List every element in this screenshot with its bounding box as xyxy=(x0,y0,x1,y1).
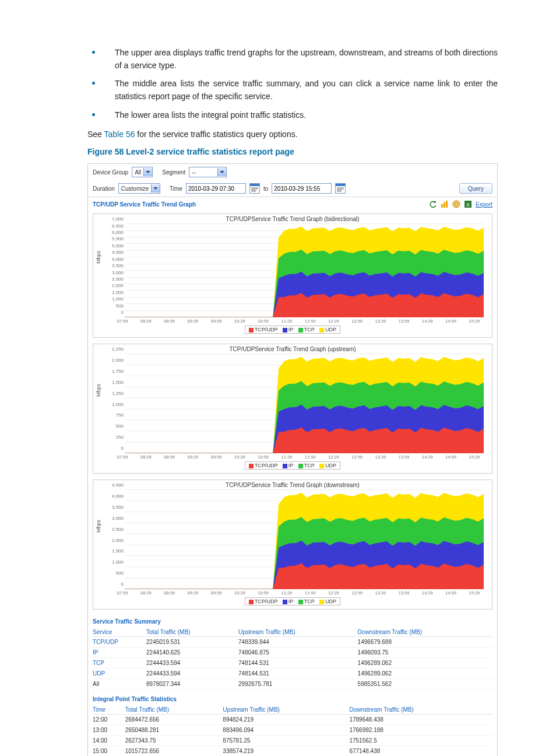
refresh-icon[interactable] xyxy=(429,200,437,208)
x-tick-label: 09:29 xyxy=(181,454,205,460)
cell: 15:00 xyxy=(93,746,125,756)
y-tick-label: 7,000 xyxy=(108,216,124,222)
cell: 875781.25 xyxy=(223,736,349,746)
x-tick-label: 10:29 xyxy=(228,590,251,596)
x-tick-label: 14:29 xyxy=(416,590,439,596)
see-before: See xyxy=(87,130,104,139)
table-row: IP2244140.625748046.8751496093.75 xyxy=(93,648,492,658)
legend-label: UDP xyxy=(325,598,336,604)
x-tick-label: 14:59 xyxy=(439,318,463,324)
x-tick-label: 12:59 xyxy=(346,318,369,324)
y-tick-label: 5,500 xyxy=(108,236,124,242)
end-time-input[interactable] xyxy=(272,183,332,194)
x-tick-label: 15:29 xyxy=(463,454,486,460)
cell: 2245019.531 xyxy=(146,637,238,648)
summary-body: TCP/UDP2245019.531748339.8441496679.688I… xyxy=(93,637,492,690)
duration-dropdown[interactable]: Customize xyxy=(118,183,160,194)
y-tick-label: 0 xyxy=(108,446,124,451)
service-link[interactable]: TCP/UDP xyxy=(93,637,146,648)
y-axis-label: Mbps xyxy=(96,384,101,397)
y-axis-label: Mbps xyxy=(96,251,101,264)
service-link[interactable]: IP xyxy=(93,648,146,658)
summary-title: Service Traffic Summary xyxy=(88,615,497,628)
y-tick-label: 2,250 xyxy=(108,346,124,352)
cell: 2244433.594 xyxy=(146,668,238,679)
y-tick-label: 1,000 xyxy=(108,559,124,565)
chart-downstream: TCP/UDPService Traffic Trend Graph (down… xyxy=(93,480,492,610)
y-tick-label: 1,000 xyxy=(108,401,124,407)
panel-header: TCP/UDP Service Traffic Trend Graph X Ex… xyxy=(88,197,497,211)
legend-label: TCP/UDP xyxy=(255,598,277,604)
service-link[interactable]: TCP xyxy=(93,658,146,668)
x-tick-label: 07:59 xyxy=(111,318,134,324)
legend-swatch-icon xyxy=(283,464,287,468)
y-tick-label: 3,000 xyxy=(108,515,124,520)
legend-label: TCP xyxy=(304,463,315,468)
y-tick-label: 1,250 xyxy=(108,390,124,396)
table-row: 12:002684472.656894824.2191789648.438 xyxy=(93,715,492,725)
y-tick-label: 6,500 xyxy=(108,223,124,228)
x-tick-label: 14:29 xyxy=(416,318,439,324)
x-tick-label: 10:29 xyxy=(228,318,251,324)
list-item-text: The middle area lists the service traffi… xyxy=(115,78,498,103)
excel-icon[interactable]: X xyxy=(464,200,472,208)
disc-icon[interactable] xyxy=(452,200,460,208)
device-group-dropdown[interactable]: All xyxy=(132,167,153,177)
cell: 883496.094 xyxy=(223,725,349,736)
svg-rect-1 xyxy=(444,202,445,208)
x-tick-label: 13:59 xyxy=(392,318,416,324)
cell: 748339.844 xyxy=(238,637,358,648)
start-time-input[interactable] xyxy=(186,183,246,194)
x-tick-label: 08:59 xyxy=(158,590,181,596)
cell: 2244140.625 xyxy=(146,648,238,658)
col-time: Time xyxy=(93,705,125,715)
service-link[interactable]: UDP xyxy=(93,668,146,679)
y-tick-label: 0 xyxy=(108,582,124,587)
segment-value: -- xyxy=(189,169,217,176)
x-tick-label: 12:59 xyxy=(346,454,369,460)
x-tick-label: 15:29 xyxy=(463,590,486,596)
y-tick-label: 4,500 xyxy=(108,482,124,488)
table-row: All8978027.3442992675.7815985351.562 xyxy=(93,679,492,690)
cell: 894824.219 xyxy=(223,715,349,725)
chart-type-icon[interactable] xyxy=(441,200,449,208)
query-button[interactable]: Query xyxy=(459,183,492,194)
cell: 1751562.5 xyxy=(349,736,492,746)
legend-swatch-icon xyxy=(283,328,287,332)
col-up: Upstream Traffic (MB) xyxy=(223,705,349,715)
x-tick-label: 07:59 xyxy=(111,590,134,596)
cell: 1496679.688 xyxy=(358,637,492,648)
calendar-icon[interactable] xyxy=(335,183,346,194)
chart-bidirectional: TCP/UDPService Traffic Trend Graph (bidi… xyxy=(93,214,492,338)
calendar-icon[interactable] xyxy=(249,183,260,194)
cell: 1496289.062 xyxy=(358,668,492,679)
duration-label: Duration xyxy=(93,186,115,192)
x-tick-label: 07:59 xyxy=(111,454,134,460)
chart-legend: TCP/UDP IP TCP UDP xyxy=(93,597,492,606)
table-56-link[interactable]: Table 56 xyxy=(104,130,135,139)
legend-swatch-icon xyxy=(283,600,287,604)
x-tick-label: 10:59 xyxy=(252,454,275,460)
y-tick-label: 1,000 xyxy=(108,296,124,302)
to-label: to xyxy=(263,186,268,192)
x-tick-label: 10:59 xyxy=(252,590,275,596)
device-group-value: All xyxy=(132,169,143,176)
x-tick-label: 13:29 xyxy=(369,454,392,460)
report-app: Device Group All Segment -- Duration Cus… xyxy=(87,163,498,756)
y-tick-label: 500 xyxy=(108,303,124,308)
chevron-down-icon xyxy=(143,168,152,176)
segment-dropdown[interactable]: -- xyxy=(189,167,227,177)
svg-text:X: X xyxy=(466,202,470,208)
y-tick-label: 750 xyxy=(108,412,124,418)
svg-point-4 xyxy=(455,203,458,205)
legend-label: IP xyxy=(288,327,293,332)
y-tick-label: 250 xyxy=(108,435,124,440)
table-row: TCP2244433.594748144.5311496289.062 xyxy=(93,658,492,668)
bullet-dot-icon xyxy=(92,51,95,54)
y-tick-label: 1,500 xyxy=(108,379,124,384)
col-up: Upstream Traffic (MB) xyxy=(238,628,358,637)
integral-table: Time Total Traffic (MB) Upstream Traffic… xyxy=(93,705,492,756)
svg-rect-0 xyxy=(441,204,443,208)
export-link[interactable]: Export xyxy=(476,201,492,208)
x-tick-label: 13:29 xyxy=(369,318,392,324)
